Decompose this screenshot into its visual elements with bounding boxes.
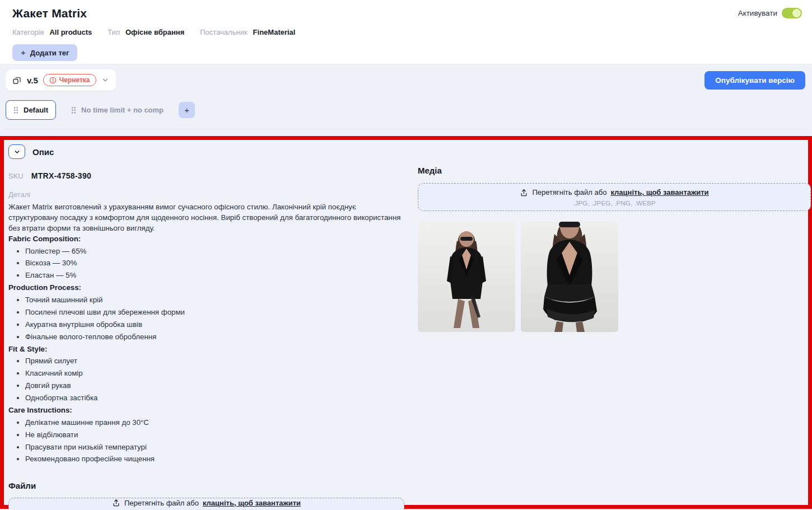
version-number: v.5 (27, 76, 38, 85)
chevron-down-icon (13, 148, 21, 156)
chevron-down-icon[interactable] (101, 76, 109, 84)
media-extensions: .JPG, .JPEG, .PNG, .WEBP (573, 200, 656, 207)
warning-icon (49, 77, 57, 84)
sku-label: SKU (8, 172, 24, 180)
meta-value[interactable]: Офісне вбрання (125, 28, 184, 36)
media-title: Медіа (418, 166, 811, 175)
product-photo-2[interactable] (521, 222, 618, 332)
version-selector[interactable]: v.5 Чернетка (6, 69, 116, 91)
description-section-highlighted: Опис SKU MTRX-4758-390 Деталі Жакет Matr… (0, 136, 812, 509)
media-grid (418, 222, 811, 332)
product-photo-1[interactable] (418, 222, 515, 332)
product-meta: КатегоріяAll productsТипОфісне вбранняПо… (12, 28, 801, 36)
description-item: Прасувати при низькій температурі (25, 442, 403, 453)
content-area: v.5 Чернетка Опублікувати версію Default… (0, 64, 812, 510)
variant-tab[interactable]: No time limit + no comp (64, 101, 171, 119)
section-title: Опис (32, 147, 54, 157)
media-dropzone[interactable]: Перетягніть файл або клацніть, щоб заван… (418, 183, 811, 211)
toggle-knob (792, 9, 801, 17)
details-body[interactable]: Жакет Matrix виготовлений з урахуванням … (8, 202, 403, 466)
files-dropzone[interactable]: Перетягніть файл або клацніть, щоб заван… (8, 498, 404, 510)
add-tag-label: Додати тег (30, 49, 69, 57)
description-item: Однобортна застібка (25, 393, 403, 404)
variant-tab-label: Default (24, 106, 48, 114)
dropzone-text: Перетягніть файл або (124, 499, 199, 507)
description-item: Акуратна внутрішня обробка швів (25, 320, 403, 330)
description-item: Фінальне волого-теплове оброблення (25, 332, 403, 343)
description-item: Делікатне машинне прання до 30°C (25, 418, 403, 428)
collapse-section-button[interactable] (8, 144, 25, 159)
description-item: Класичний комір (25, 368, 403, 379)
version-bar: v.5 Чернетка Опублікувати версію (5, 69, 807, 91)
description-group-list: Поліестер — 65%Віскоза — 30%Еластан — 5% (25, 246, 403, 282)
description-item: Віскоза — 30% (25, 258, 403, 269)
plus-icon (184, 105, 189, 116)
activate-label: Активувати (738, 9, 777, 17)
page-title: Жакет Matrix (12, 7, 801, 20)
dropzone-upload-link[interactable]: клацніть, щоб завантажити (203, 499, 301, 507)
meta-value[interactable]: All products (49, 28, 92, 36)
draft-status-label: Чернетка (59, 76, 90, 84)
description-group-heading: Care Instructions: (8, 405, 403, 416)
add-tag-button[interactable]: Додати тег (12, 44, 77, 61)
link-icon (12, 76, 22, 85)
description-item: Прямий силует (25, 356, 403, 367)
add-variant-button[interactable] (179, 102, 195, 118)
dropzone-upload-link[interactable]: клацніть, щоб завантажити (610, 188, 708, 196)
meta-value[interactable]: FineMaterial (253, 28, 296, 36)
media-column: Медіа Перетягніть файл або клацніть, щоб… (404, 143, 811, 505)
files-title: Файли (8, 481, 404, 490)
description-item: Рекомендовано професійне чищення (25, 454, 403, 465)
variant-tabs: DefaultNo time limit + no comp (6, 100, 807, 129)
description-group-list: Делікатне машинне прання до 30°CНе відбі… (25, 418, 403, 465)
description-group-list: Точний машинний крійПосилені плечові шви… (25, 295, 403, 343)
description-item: Поліестер — 65% (25, 246, 403, 257)
description-group-heading: Fit & Style: (8, 344, 403, 355)
description-groups: Fabric Composition:Поліестер — 65%Віскоз… (8, 234, 403, 465)
description-item: Посилені плечові шви для збереження форм… (25, 307, 403, 318)
meta-label: Тип (108, 28, 120, 36)
description-group-heading: Production Process: (8, 283, 403, 293)
drag-handle-icon (13, 106, 18, 114)
description-item: Не відбілювати (25, 430, 403, 441)
description-item: Еластан — 5% (25, 270, 403, 281)
drag-handle-icon (71, 106, 76, 114)
page-header: Жакет Matrix Активувати КатегоріяAll pro… (0, 0, 812, 64)
upload-icon (112, 498, 120, 507)
description-group-heading: Fabric Composition: (8, 234, 403, 245)
upload-icon (520, 188, 528, 197)
plus-icon (21, 48, 26, 57)
draft-status-badge: Чернетка (43, 74, 96, 86)
dropzone-text: Перетягніть файл або (532, 188, 606, 196)
description-group-list: Прямий силуетКласичний комірДовгий рукав… (25, 356, 403, 404)
details-label: Деталі (8, 190, 404, 199)
meta-label: Постачальник (200, 28, 247, 36)
description-intro: Жакет Matrix виготовлений з урахуванням … (8, 202, 403, 234)
meta-label: Категорія (12, 28, 44, 36)
variant-tab[interactable]: Default (6, 100, 56, 120)
description-item: Довгий рукав (25, 381, 403, 391)
description-column: Опис SKU MTRX-4758-390 Деталі Жакет Matr… (6, 143, 404, 505)
description-item: Точний машинний крій (25, 295, 403, 306)
variant-tab-label: No time limit + no comp (81, 106, 164, 114)
sku-value: MTRX-4758-390 (31, 171, 91, 180)
publish-version-button[interactable]: Опублікувати версію (704, 71, 805, 90)
activate-toggle[interactable] (782, 8, 802, 18)
